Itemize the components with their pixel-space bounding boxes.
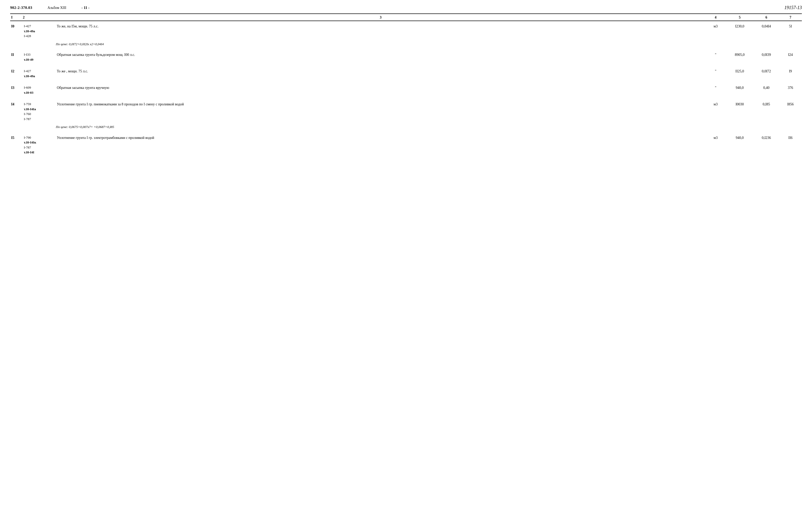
- row-unit: ": [705, 85, 726, 91]
- row-desc: Обратная засыпка грунта бульдозером мощ.…: [56, 52, 705, 58]
- col-header-3: 3: [56, 16, 705, 20]
- row-unit: м3: [705, 135, 726, 141]
- row-total: 5I: [779, 23, 802, 29]
- row-id: I3: [10, 85, 23, 91]
- row-desc: Обратная засыпка грунта вручную: [56, 85, 705, 91]
- header-left: 902-2-370.03 Альбом XIII - 11 -: [10, 6, 90, 10]
- row-note-I4: По цене: 0,0675+0,007х7+ +0,0687=0,I85: [10, 124, 802, 131]
- page-header: 902-2-370.03 Альбом XIII - 11 - 19157-13: [10, 5, 802, 11]
- row-refs: I-427т.I0-49а: [23, 68, 56, 79]
- table-row: I4 I-759т.I0-I4IаI-760I-787 Уплотнение г…: [10, 99, 802, 131]
- col-header-1: I: [10, 16, 23, 20]
- row-desc: Уплотнение грунта I гр. пневмокатками за…: [56, 101, 705, 108]
- row-desc: Уплотнение грунта I гр. электротрамбовка…: [56, 135, 705, 141]
- row-desc: То же, на I5м, мощн. 75 л.с.: [56, 23, 705, 30]
- row-price: 0,I236: [754, 135, 779, 141]
- row-price: 0,I85: [754, 101, 779, 107]
- row-refs: I-427т.I0-49аI-428: [23, 23, 56, 39]
- data-row-I2: I2 I-427т.I0-49а То же , мощн. 75 л.с. "…: [10, 66, 802, 81]
- row-qty: I0030: [726, 101, 754, 107]
- table-row: I5 I-790т.I0-I4IкI-787т.I0-I4I Уплотнени…: [10, 133, 802, 158]
- data-row-I5: I5 I-790т.I0-I4IкI-787т.I0-I4I Уплотнени…: [10, 133, 802, 158]
- row-refs: I-759т.I0-I4IаI-760I-787: [23, 101, 56, 122]
- album-label: Альбом XIII: [48, 6, 66, 10]
- row-refs: I-I33т.I0-49: [23, 52, 56, 62]
- col-header-4: 4: [705, 16, 726, 20]
- row-qty: 8905,0: [726, 52, 754, 58]
- data-row-I3: I3 I-609т.I0-03 Обратная засыпка грунта …: [10, 83, 802, 98]
- row-id: I5: [10, 135, 23, 141]
- row-id: I4: [10, 101, 23, 107]
- row-total: I9: [779, 68, 802, 74]
- col-header-7: 7: [779, 16, 802, 20]
- row-note-I0: По цене: 0,0I72+0,0I2Iх х2=0,04I4: [10, 41, 802, 48]
- row-total: I24: [779, 52, 802, 58]
- note-text: По цене: 0,0675+0,007х7+ +0,0687=0,I85: [56, 125, 705, 130]
- data-row-I4: I4 I-759т.I0-I4IаI-760I-787 Уплотнение г…: [10, 99, 802, 124]
- row-qty: 940,0: [726, 85, 754, 91]
- row-unit: ": [705, 52, 726, 58]
- column-headers: I 2 3 4 5 6 7: [10, 15, 802, 21]
- row-desc: То же , мощн. 75 л.с.: [56, 68, 705, 75]
- row-total: II6: [779, 135, 802, 141]
- stamp: 19157-13: [784, 5, 802, 10]
- doc-number: 902-2-370.03: [10, 6, 32, 10]
- row-qty: II25,0: [726, 68, 754, 74]
- row-unit: м3: [705, 101, 726, 107]
- row-unit: м3: [705, 23, 726, 29]
- row-price: 0,04I4: [754, 23, 779, 29]
- row-qty: I230,0: [726, 23, 754, 29]
- table-row: II I-I33т.I0-49 Обратная засыпка грунта …: [10, 50, 802, 64]
- row-refs: I-790т.I0-I4IкI-787т.I0-I4I: [23, 135, 56, 156]
- table-row: I2 I-427т.I0-49а То же , мощн. 75 л.с. "…: [10, 66, 802, 81]
- data-row-II: II I-I33т.I0-49 Обратная засыпка грунта …: [10, 50, 802, 64]
- table-row: I0 I-427т.I0-49аI-428 То же, на I5м, мощ…: [10, 21, 802, 48]
- row-id: II: [10, 52, 23, 58]
- row-total: I856: [779, 101, 802, 107]
- note-text: По цене: 0,0I72+0,0I2Iх х2=0,04I4: [56, 42, 705, 47]
- row-id: I2: [10, 68, 23, 74]
- row-id: I0: [10, 23, 23, 29]
- table-body: I0 I-427т.I0-49аI-428 То же, на I5м, мощ…: [10, 21, 802, 158]
- col-header-5: 5: [726, 16, 754, 20]
- row-price: 0,0I39: [754, 52, 779, 58]
- top-divider: [10, 13, 802, 14]
- row-unit: ": [705, 68, 726, 74]
- page-number: - 11 -: [81, 6, 90, 10]
- col-header-6: 6: [754, 16, 779, 20]
- table-row: I3 I-609т.I0-03 Обратная засыпка грунта …: [10, 83, 802, 98]
- row-refs: I-609т.I0-03: [23, 85, 56, 96]
- row-qty: 940,0: [726, 135, 754, 141]
- row-price: 0,0I72: [754, 68, 779, 74]
- row-total: 376: [779, 85, 802, 91]
- row-price: 0,40: [754, 85, 779, 91]
- col-header-2: 2: [23, 16, 56, 20]
- data-row-I0: I0 I-427т.I0-49аI-428 То же, на I5м, мощ…: [10, 21, 802, 41]
